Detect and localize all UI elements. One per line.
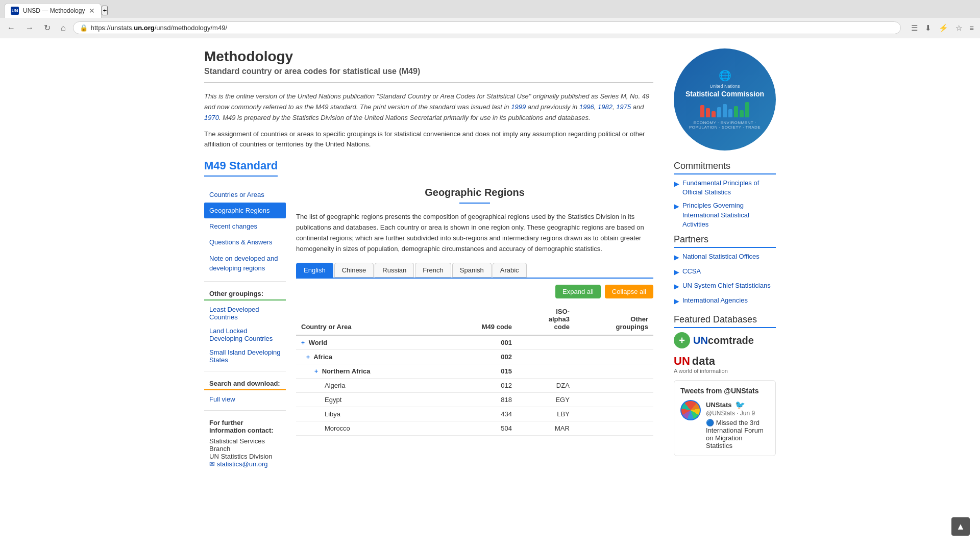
expand-icon[interactable]: +	[314, 368, 318, 375]
row-name: + Africa	[296, 349, 443, 364]
expand-icon[interactable]: +	[301, 339, 305, 346]
partners-title: Partners	[674, 234, 776, 248]
link-icon: ▶	[674, 253, 679, 263]
row-iso	[517, 364, 575, 378]
nav-land-locked[interactable]: Land Locked Developing Countries	[204, 324, 286, 345]
panel-divider	[459, 203, 490, 204]
collapse-all-button[interactable]: Collapse all	[605, 285, 653, 298]
back-button[interactable]: ←	[4, 21, 18, 35]
row-name: + World	[296, 335, 443, 350]
content-area: Countries or Areas Geographic Regions Re…	[204, 187, 653, 471]
un-label: United Nations	[709, 84, 740, 89]
tab-spanish[interactable]: Spanish	[452, 263, 492, 278]
row-m49: 818	[443, 392, 517, 407]
home-button[interactable]: ⌂	[58, 21, 69, 35]
link-icon: ▶	[674, 202, 679, 212]
new-tab-button[interactable]: +	[102, 6, 108, 15]
other-groupings-title: Other groupings:	[204, 286, 286, 300]
url-text: https://unstats.un.org/unsd/methodology/…	[91, 24, 227, 32]
nav-small-island[interactable]: Small Island Developing States	[204, 345, 286, 367]
nav-recent-changes[interactable]: Recent changes	[204, 218, 286, 234]
tab-close-button[interactable]: ✕	[89, 7, 95, 15]
link-label: International Agencies	[682, 296, 748, 305]
nav-questions-answers[interactable]: Questions & Answers	[204, 234, 286, 250]
table-row[interactable]: + Northern Africa 015	[296, 364, 653, 378]
link-national-stats[interactable]: ▶ National Statistical Offices	[674, 252, 776, 263]
table-row[interactable]: Algeria 012 DZA	[296, 378, 653, 392]
intro-paragraph: This is the online version of the United…	[204, 91, 653, 123]
link-1975[interactable]: 1975	[616, 103, 631, 111]
table-body: + World 001 + Africa 002 + North	[296, 335, 653, 436]
nav-geographic-regions[interactable]: Geographic Regions	[204, 203, 286, 218]
nav-divider-2	[204, 371, 286, 371]
expand-all-button[interactable]: Expand all	[555, 285, 601, 298]
table-controls: Expand all Collapse all	[296, 285, 653, 298]
tab-bar: UN UNSD — Methodology ✕ +	[0, 0, 980, 18]
table-row[interactable]: + World 001	[296, 335, 653, 350]
row-other	[575, 378, 653, 392]
link-icon: ▶	[674, 296, 679, 307]
tab-chinese[interactable]: Chinese	[334, 263, 374, 278]
menu-button[interactable]: ≡	[967, 21, 976, 34]
tab-french[interactable]: French	[415, 263, 451, 278]
nav-countries-areas[interactable]: Countries or Areas	[204, 187, 286, 203]
tab-english[interactable]: English	[296, 263, 333, 278]
undata-sub: A world of information	[674, 368, 776, 374]
download-button[interactable]: ⬇	[923, 21, 934, 35]
col-m49: M49 code	[443, 304, 517, 335]
reload-button[interactable]: ↻	[41, 21, 54, 35]
bookmarks-button[interactable]: ☰	[909, 21, 920, 35]
stat-commission-tags: ECONOMY · ENVIRONMENT · POPULATION · SOC…	[684, 120, 766, 130]
uncomtrade-plus-icon: +	[674, 332, 690, 348]
tab-arabic[interactable]: Arabic	[493, 263, 527, 278]
main-content: Methodology Standard country or area cod…	[204, 48, 653, 472]
contact-branch: Statistical Services Branch	[209, 437, 281, 453]
uncomtrade-logo[interactable]: + UNcomtrade	[674, 332, 776, 348]
expand-icon[interactable]: +	[306, 354, 310, 361]
row-name: Morocco	[296, 421, 443, 435]
contact-email[interactable]: ✉ statistics@un.org	[209, 460, 281, 468]
link-fundamental-principles[interactable]: ▶ Fundamental Principles of Official Sta…	[674, 179, 776, 197]
page-wrapper: Methodology Standard country or area cod…	[184, 38, 796, 482]
link-label: National Statistical Offices	[682, 252, 760, 261]
panel-description: The list of geographic regions presents …	[296, 212, 653, 254]
stat-commission-title: Statistical Commission	[685, 90, 764, 98]
tab-russian[interactable]: Russian	[375, 263, 414, 278]
un-logo: 🌐	[719, 69, 731, 82]
table-row[interactable]: Morocco 504 MAR	[296, 421, 653, 435]
row-m49: 504	[443, 421, 517, 435]
contact-division: UN Statistics Division	[209, 453, 281, 460]
page-subtitle: Standard country or area codes for stati…	[204, 67, 653, 83]
tweet-username: UNStats	[706, 401, 732, 409]
link-principles-governing[interactable]: ▶ Principles Governing International Sta…	[674, 201, 776, 229]
col-iso: ISO-alpha3code	[517, 304, 575, 335]
row-iso: DZA	[517, 378, 575, 392]
table-row[interactable]: Egypt 818 EGY	[296, 392, 653, 407]
address-bar: ← → ↻ ⌂ 🔒 https://unstats.un.org/unsd/me…	[0, 18, 980, 38]
link-1982[interactable]: 1982	[598, 103, 612, 111]
contact-info: For further information contact: Statist…	[204, 415, 286, 472]
undata-logo-wrapper[interactable]: UN data A world of information	[674, 355, 776, 374]
url-bar[interactable]: 🔒 https://unstats.un.org/unsd/methodolog…	[73, 21, 901, 34]
twitter-icon: 🐦	[735, 400, 745, 410]
link-1970[interactable]: 1970	[204, 114, 219, 121]
link-intl-agencies[interactable]: ▶ International Agencies	[674, 296, 776, 307]
table-row[interactable]: + Africa 002	[296, 349, 653, 364]
nav-note-developed[interactable]: Note on developed and developing regions	[204, 250, 286, 277]
nav-full-view[interactable]: Full view	[204, 392, 286, 406]
link-ccsa[interactable]: ▶ CCSA	[674, 267, 776, 278]
link-label: UN System Chief Statisticians	[682, 281, 771, 290]
link-1999[interactable]: 1999	[511, 103, 526, 111]
nav-divider	[204, 281, 286, 282]
forward-button[interactable]: →	[22, 21, 37, 35]
link-un-system[interactable]: ▶ UN System Chief Statisticians	[674, 281, 776, 292]
link-1996[interactable]: 1996	[579, 103, 594, 111]
star-button[interactable]: ☆	[953, 21, 964, 35]
table-row[interactable]: Libya 434 LBY	[296, 407, 653, 421]
active-tab[interactable]: UN UNSD — Methodology ✕	[4, 3, 102, 18]
extensions-button[interactable]: ⚡	[937, 21, 950, 35]
row-other	[575, 335, 653, 350]
nav-least-developed[interactable]: Least Developed Countries	[204, 303, 286, 324]
row-name: + Northern Africa	[296, 364, 443, 378]
comtrade-text: comtrade	[708, 335, 754, 346]
